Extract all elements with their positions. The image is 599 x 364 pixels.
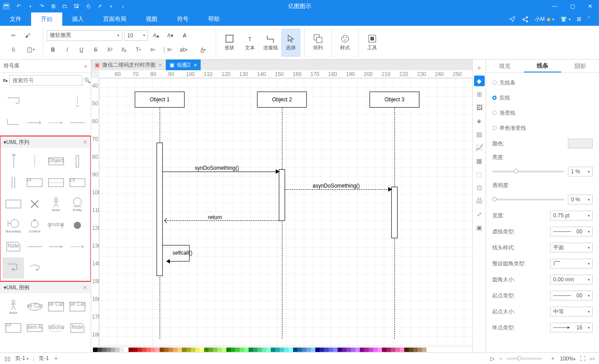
- color-swatch[interactable]: [226, 348, 231, 352]
- lib-usecase-shape[interactable]: Use Case: [24, 296, 45, 317]
- brightness-value[interactable]: 1 %▾: [568, 167, 593, 176]
- color-swatch[interactable]: [271, 348, 275, 352]
- rail-icon[interactable]: ◈: [474, 116, 485, 126]
- lib-shape[interactable]: [67, 172, 88, 193]
- lib-boundary-shape[interactable]: Boundary: [3, 215, 24, 236]
- zoom-slider[interactable]: [507, 358, 542, 360]
- lib-usecase-shape[interactable]: Use Case: [67, 296, 88, 317]
- menu-symbol[interactable]: 符号: [167, 12, 198, 26]
- color-swatch[interactable]: [137, 348, 142, 352]
- canvas[interactable]: Object 1 Object 2 Object 3 synDoSomethin…: [99, 78, 472, 346]
- lib-entity-shape[interactable]: Entity: [67, 193, 88, 215]
- prop-tab-fill[interactable]: 填充: [486, 60, 524, 72]
- lib-control-shape[interactable]: Control: [24, 215, 45, 236]
- color-swatch[interactable]: [297, 348, 302, 352]
- color-swatch[interactable]: [266, 348, 271, 352]
- undo-icon[interactable]: ↶: [14, 2, 23, 11]
- lib-shape[interactable]: [3, 317, 24, 339]
- prop-tab-shadow[interactable]: 阴影: [561, 60, 599, 72]
- italic-icon[interactable]: I: [61, 44, 73, 56]
- clear-format-icon[interactable]: A̷: [178, 29, 191, 42]
- radio-noline[interactable]: 无线条: [492, 77, 593, 88]
- color-swatch[interactable]: [93, 348, 97, 352]
- color-swatch[interactable]: [146, 348, 151, 352]
- lib-shape[interactable]: [24, 172, 45, 193]
- style-tool[interactable]: 样式: [335, 28, 355, 57]
- lib-shape[interactable]: [24, 257, 45, 279]
- lifeline[interactable]: [282, 108, 282, 339]
- lib-collab-shape[interactable]: Collaboration: [45, 317, 67, 339]
- rail-icon[interactable]: 🖼: [474, 102, 485, 113]
- color-swatch[interactable]: [329, 348, 333, 352]
- search-icon[interactable]: 🔍: [84, 77, 91, 84]
- redo-icon[interactable]: ↷: [37, 2, 46, 11]
- color-palette[interactable]: [91, 346, 472, 352]
- color-swatch[interactable]: [124, 348, 129, 352]
- activation-bar[interactable]: [157, 143, 163, 276]
- color-swatch[interactable]: [418, 348, 422, 352]
- color-swatch[interactable]: [111, 348, 115, 352]
- add-page-icon[interactable]: ＋: [53, 355, 59, 362]
- end-type-select[interactable]: 16▾: [550, 323, 593, 332]
- color-swatch[interactable]: [275, 348, 280, 352]
- lib-shape[interactable]: [67, 236, 88, 257]
- color-swatch[interactable]: [120, 348, 124, 352]
- menu-home[interactable]: 开始: [31, 12, 62, 26]
- collapse-ribbon-icon[interactable]: ˄: [587, 16, 590, 22]
- highlight-icon[interactable]: ab▾: [175, 44, 193, 56]
- radio-gradient[interactable]: 渐变线: [492, 108, 593, 118]
- lib-actor-shape[interactable]: Actor: [3, 296, 24, 317]
- radio-mono[interactable]: 单色渐变线: [492, 123, 593, 133]
- dash-select[interactable]: 00▾: [550, 227, 593, 236]
- qat-more-icon[interactable]: ⇣: [118, 2, 127, 11]
- color-swatch[interactable]: [177, 348, 182, 352]
- color-swatch[interactable]: [142, 348, 146, 352]
- copy-icon[interactable]: ⎘: [7, 44, 20, 56]
- color-swatch[interactable]: [262, 348, 266, 352]
- arrange-tool[interactable]: 排列: [308, 28, 328, 57]
- shape-tool[interactable]: 形状: [220, 28, 239, 57]
- close-tab-icon[interactable]: ✕: [158, 63, 162, 68]
- sheet-tab[interactable]: 页-1: [39, 355, 49, 362]
- color-swatch[interactable]: [160, 348, 164, 352]
- color-swatch[interactable]: [369, 348, 373, 352]
- color-swatch[interactable]: [133, 348, 137, 352]
- subscript-icon[interactable]: X₂: [118, 44, 130, 56]
- close-section-icon[interactable]: ✕: [83, 139, 87, 145]
- zoom-out-icon[interactable]: −: [499, 356, 502, 362]
- lib-shape[interactable]: [3, 112, 24, 133]
- color-swatch[interactable]: [378, 348, 382, 352]
- start-type-select[interactable]: 00▾: [550, 291, 593, 300]
- lib-actor-shape[interactable]: Actor: [45, 193, 67, 215]
- lib-shape[interactable]: [3, 151, 24, 172]
- lib-shape[interactable]: [24, 151, 45, 172]
- library-menu-icon[interactable]: ≡▾: [3, 77, 8, 84]
- lib-shape[interactable]: [45, 172, 67, 193]
- lib-shape[interactable]: [24, 236, 45, 257]
- diagram-object[interactable]: Object 3: [370, 92, 419, 108]
- menu-insert[interactable]: 插入: [62, 12, 93, 26]
- color-swatch[interactable]: [284, 348, 289, 352]
- fill-tool-icon[interactable]: ◆: [474, 76, 485, 86]
- menu-help[interactable]: 帮助: [198, 12, 229, 26]
- lib-constraint-shape[interactable]: {Constraint}: [45, 215, 67, 236]
- color-swatch[interactable]: [191, 348, 195, 352]
- color-swatch[interactable]: [289, 348, 293, 352]
- increase-font-icon[interactable]: A▴: [150, 29, 162, 42]
- decrease-font-icon[interactable]: A▾: [164, 29, 177, 42]
- rail-icon[interactable]: 📈: [474, 142, 485, 153]
- color-swatch[interactable]: [257, 348, 262, 352]
- rail-icon[interactable]: ▦: [474, 156, 485, 166]
- lib-shape[interactable]: [45, 91, 67, 112]
- message-label[interactable]: selfcall(): [173, 250, 193, 256]
- diagram-object[interactable]: Object 1: [135, 92, 185, 108]
- color-swatch[interactable]: [351, 348, 355, 352]
- lib-shape[interactable]: [45, 112, 67, 133]
- color-swatch[interactable]: [409, 348, 413, 352]
- export-dropdown-icon[interactable]: ▾: [107, 2, 116, 11]
- open-icon[interactable]: 🗀: [60, 2, 69, 11]
- color-swatch[interactable]: [400, 348, 404, 352]
- collapse-panel-icon[interactable]: «: [84, 63, 87, 69]
- color-swatch[interactable]: [404, 348, 409, 352]
- menu-layout[interactable]: 页面布局: [93, 12, 136, 26]
